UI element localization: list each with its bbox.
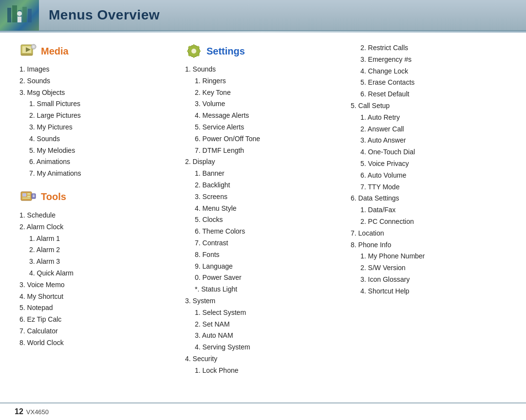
list-item: 7. Contrast <box>185 237 341 249</box>
model-name: VX4650 <box>26 408 49 416</box>
list-item: 1. Alarm 1 <box>19 233 175 245</box>
list-item: 1. Data/Fax <box>351 204 507 216</box>
list-item: 3. Screens <box>185 191 341 203</box>
svg-rect-7 <box>18 17 21 22</box>
tools-list: 1. Schedule2. Alarm Clock1. Alarm 12. Al… <box>19 210 175 349</box>
list-item: 5. Service Alerts <box>185 122 341 133</box>
list-item: 0. Power Saver <box>185 272 341 284</box>
tools-icon <box>19 188 37 206</box>
list-item: 2. Sounds <box>19 75 175 87</box>
list-item: 8. Fonts <box>185 249 341 261</box>
svg-point-23 <box>191 49 196 54</box>
media-section-header: Media <box>19 42 175 60</box>
page-footer: 12VX4650 <box>0 402 526 420</box>
list-item: 1. My Phone Number <box>351 251 507 262</box>
list-item: 4. Message Alerts <box>185 110 341 122</box>
list-item: 6. Theme Colors <box>185 226 341 237</box>
list-item: 1. Auto Retry <box>351 112 507 124</box>
column-2: Settings 1. Sounds1. Ringers2. Key Tone3… <box>180 42 346 377</box>
list-item: 3. Voice Memo <box>19 279 175 291</box>
svg-rect-27 <box>198 51 201 52</box>
list-item: 1. Banner <box>185 168 341 180</box>
column-1: Media 1. Images2. Sounds3. Msg Objects1.… <box>15 42 180 349</box>
list-item: 4. Quick Alarm <box>19 268 175 279</box>
list-item: 7. TTY Mode <box>351 182 507 193</box>
media-title: Media <box>41 46 69 57</box>
list-item: 2. Restrict Calls <box>351 42 507 54</box>
list-item: 8. World Clock <box>19 337 175 349</box>
svg-rect-15 <box>22 193 26 197</box>
main-content: Media 1. Images2. Sounds3. Msg Objects1.… <box>0 33 526 386</box>
svg-rect-1 <box>7 8 11 22</box>
tools-section-header: Tools <box>19 188 175 206</box>
header-icon <box>0 0 39 31</box>
svg-rect-18 <box>22 198 30 199</box>
list-item: 3. Msg Objects <box>19 87 175 99</box>
settings-section-header: Settings <box>185 42 341 60</box>
list-item: 1. Lock Phone <box>185 365 341 377</box>
list-item: 3. Auto NAM <box>185 330 341 342</box>
list-item: *. Status Light <box>185 284 341 295</box>
media-list: 1. Images2. Sounds3. Msg Objects1. Small… <box>19 64 175 180</box>
list-item: 6. Auto Volume <box>351 170 507 182</box>
list-item: 5. Clocks <box>185 214 341 226</box>
list-item: 7. My Animations <box>19 168 175 180</box>
list-item: 3. Icon Glossary <box>351 274 507 286</box>
list-item: 2. Set NAM <box>185 319 341 330</box>
list-item: 1. Select System <box>185 307 341 319</box>
column-3: 2. Restrict Calls3. Emergency #s4. Chang… <box>346 42 511 297</box>
list-item: 2. Alarm 2 <box>19 244 175 256</box>
list-item: 3. System <box>185 295 341 307</box>
list-item: 2. PC Connection <box>351 216 507 228</box>
list-item: 6. Power On/Off Tone <box>185 133 341 145</box>
list-item: 2. Answer Call <box>351 124 507 135</box>
list-item: 1. Ringers <box>185 75 341 87</box>
list-item: 4. Shortcut Help <box>351 286 507 297</box>
list-item: 6. Data Settings <box>351 193 507 204</box>
svg-rect-11 <box>21 54 33 55</box>
svg-rect-24 <box>193 44 195 47</box>
svg-point-6 <box>17 11 22 16</box>
svg-rect-16 <box>27 193 30 195</box>
list-item: 3. Auto Answer <box>351 135 507 146</box>
list-item: 7. Location <box>351 228 507 239</box>
svg-rect-19 <box>32 194 36 199</box>
list-item: 5. Notepad <box>19 302 175 314</box>
list-item: 9. Language <box>185 261 341 273</box>
media-icon <box>19 42 37 60</box>
list-item: 6. Animations <box>19 156 175 168</box>
list-item: 4. Security <box>185 353 341 365</box>
list-item: 5. Erase Contacts <box>351 77 507 89</box>
page-number: 12 <box>15 407 23 416</box>
svg-point-13 <box>33 46 35 48</box>
list-item: 2. S/W Version <box>351 262 507 274</box>
list-item: 3. Volume <box>185 98 341 110</box>
list-item: 1. Schedule <box>19 210 175 221</box>
svg-rect-26 <box>187 51 189 52</box>
page-title: Menus Overview <box>39 7 160 23</box>
list-item: 1. Images <box>19 64 175 75</box>
settings-icon <box>185 42 203 60</box>
list-item: 5. My Melodies <box>19 145 175 157</box>
list-item: 2. Large Pictures <box>19 110 175 122</box>
list-item: 4. Sounds <box>19 133 175 145</box>
list-item: 2. Backlight <box>185 180 341 191</box>
list-item: 4. Menu Style <box>185 203 341 215</box>
list-item: 5. Voice Privacy <box>351 158 507 170</box>
list-item: 4. My Shortcut <box>19 291 175 303</box>
list-item: 5. Call Setup <box>351 100 507 112</box>
list-item: 3. My Pictures <box>19 122 175 133</box>
svg-rect-25 <box>193 55 195 58</box>
svg-rect-17 <box>27 196 30 197</box>
list-item: 7. DTMF Length <box>185 145 341 157</box>
svg-rect-2 <box>12 5 17 22</box>
settings-title: Settings <box>207 46 245 57</box>
list-item: 1. Small Pictures <box>19 98 175 110</box>
tools-title: Tools <box>41 191 66 202</box>
list-item: 7. Calculator <box>19 326 175 337</box>
list-item: 2. Key Tone <box>185 87 341 99</box>
list-item: 4. Change Lock <box>351 66 507 77</box>
settings-cont-list: 2. Restrict Calls3. Emergency #s4. Chang… <box>351 42 507 297</box>
list-item: 1. Sounds <box>185 64 341 75</box>
list-item: 6. Ez Tip Calc <box>19 314 175 326</box>
